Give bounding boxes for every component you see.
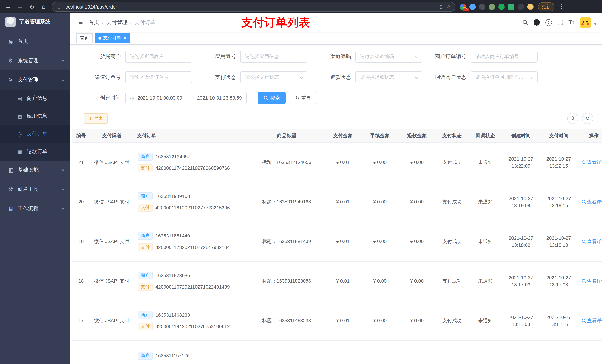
sidebar-item-devtools[interactable]: ⚒ 研发工具 ∨ [0,180,70,199]
sidebar-item-refund-order[interactable]: ▣ 退款订单 [0,143,70,161]
pay-status-select[interactable]: 请选择支付状态 [240,71,307,83]
toggle-search-icon[interactable] [567,113,578,124]
chevron-down-icon: ∨ [62,59,64,63]
profile-avatar-icon[interactable] [527,3,534,10]
view-detail-link[interactable]: 查看详情 [581,238,602,245]
view-detail-link[interactable]: 查看详情 [581,278,602,284]
reset-button[interactable]: ↻ 重置 [290,92,317,104]
extension-badge: 10 [463,8,469,11]
notify-status-select[interactable]: 请选择订单回调商户状态 [471,71,538,83]
col-pay-time: 支付时间 [540,129,578,143]
chevron-down-icon: ∨ [62,207,64,211]
browser-refresh-icon[interactable]: ↻ [28,3,35,10]
merchant-tag: 商户 [138,153,152,161]
refund-status-select[interactable]: 请选择退款状态 [355,71,422,83]
channel-code-select[interactable]: 请输入渠道编码 [355,51,422,62]
date-range-picker[interactable]: ◷ 2021-10-01 00:00:00 - 2021-10-31 23:59… [125,92,247,104]
merchant-input[interactable] [125,51,192,62]
pay-tag: 支付 [138,204,152,212]
page-content: 所属商户 应用编号 请选择应用信息 渠道编码 请输入渠道编码 [70,45,602,364]
bookmark-star-icon[interactable]: ☆ [446,4,451,10]
download-icon: ↧ [88,116,92,121]
pin-extension-icon[interactable] [517,3,524,10]
close-icon[interactable]: × [124,35,126,41]
merchant-order-line: 商户 1635311881440 [134,231,248,240]
extension-icon[interactable] [498,3,505,10]
active-dot [98,37,101,40]
table-header-row: 编号 支付渠道 支付订单 商品标题 支付金额 手续金额 退款金额 支付状态 回调… [72,129,602,143]
pay-order-line: 支付 4200001174202110278060590766 [134,164,248,173]
orders-table: 编号 支付渠道 支付订单 商品标题 支付金额 手续金额 退款金额 支付状态 回调… [72,129,595,364]
table-toolbar: ↧ 导出 ↻ [84,113,595,124]
fullscreen-icon[interactable] [557,20,563,25]
sidebar-item-pay[interactable]: ¥ 支付管理 ∧ [0,70,70,90]
avatar-caret-icon[interactable]: ▾ [594,22,596,27]
dashboard-icon: ◉ [7,38,14,45]
extension-icon[interactable] [469,3,476,10]
pay-tag: 支付 [138,243,152,251]
extension-icon[interactable] [508,3,514,10]
address-bar[interactable]: ⓘ localhost:1024/pay/order ↥ ☆ [52,2,455,12]
github-icon[interactable] [533,20,540,26]
app-select[interactable]: 请选择应用信息 [240,51,307,62]
filter-create-time: 创建时间 ◷ 2021-10-01 00:00:00 - 2021-10-31 … [84,92,247,104]
help-icon[interactable]: ? [545,19,552,26]
view-detail-link[interactable]: 查看详情 [581,159,602,166]
app-root: ← → ↻ ⌂ ⓘ localhost:1024/pay/order ↥ ☆ 1… [0,0,602,364]
site-info-icon[interactable]: ⓘ [57,3,62,10]
browser-back-icon[interactable]: ← [4,3,12,10]
browser-forward-icon[interactable]: → [16,3,24,10]
font-size-icon[interactable]: TT [569,19,574,26]
search-icon [581,319,586,323]
sidebar-item-app-info[interactable]: ▦ 应用信息 [0,107,70,125]
breadcrumb-separator: / [130,20,132,26]
logo-image [5,17,16,27]
sidebar-item-system[interactable]: ⚙ 系统管理 ∨ [0,51,70,70]
date-separator: - [185,95,194,101]
target-icon: ◎ [16,131,23,137]
view-detail-link[interactable]: 查看详情 [581,317,602,324]
col-order: 支付订单 [133,129,249,143]
breadcrumb-pay[interactable]: 支付管理 [107,19,127,26]
extensions-area: 10 [460,3,534,10]
chevron-down-icon [300,75,304,79]
sidebar-item-merchant-info[interactable]: ▤ 商户信息 [0,90,70,107]
tag-pay-order[interactable]: 支付订单 × [95,33,130,43]
user-avatar[interactable] [580,17,591,28]
extension-icon[interactable]: 10 [460,3,466,10]
toolbar-right: ↻ [567,113,595,124]
merchant-order-line: 商户 1635311823086 [134,271,248,280]
share-icon[interactable]: ↥ [439,4,443,10]
filter-row-3: 创建时间 ◷ 2021-10-01 00:00:00 - 2021-10-31 … [84,92,595,104]
breadcrumb-current: 支付订单 [135,19,155,26]
sidebar-item-infra[interactable]: ▥ 基础设施 ∨ [0,161,70,180]
browser-update-button[interactable]: 更新 [538,2,554,11]
table-row: 20 微信 JSAPI 支付 商户 1635311949168 支付 [72,182,602,222]
sidebar-item-workflow[interactable]: ▧ 工作流程 ∨ [0,199,70,218]
pay-submenu: ▤ 商户信息 ▦ 应用信息 ◎ 支付订单 ▣ 退 [0,90,70,161]
extension-icon[interactable] [479,3,485,10]
filter-notify-status: 回调商户状态 请选择订单回调商户状态 [429,71,538,83]
merchant-tag: 商户 [138,192,152,200]
filter-merchant: 所属商户 [84,51,192,62]
app-logo[interactable]: 芋道管理系统 [0,13,70,30]
search-icon[interactable] [522,20,528,25]
breadcrumb-home[interactable]: 首页 [89,19,99,26]
view-detail-link[interactable]: 查看详情 [581,199,602,205]
pay-order-line: 支付 4200001194202110276752100612 [134,322,248,331]
document-icon: ▣ [16,149,23,155]
browser-menu-icon[interactable]: ⋮ [559,3,564,10]
hamburger-icon[interactable]: ≡ [75,18,86,27]
refresh-table-icon[interactable]: ↻ [582,113,593,124]
tag-home[interactable]: 首页 [76,33,93,43]
extension-icon[interactable] [489,3,495,10]
channel-order-no-input[interactable] [125,71,192,83]
sidebar-item-home[interactable]: ◉ 首页 [0,32,70,51]
sidebar-item-pay-order[interactable]: ◎ 支付订单 [0,125,70,143]
card-icon: ▤ [16,95,23,101]
merchant-order-no-input[interactable] [471,51,538,62]
export-button[interactable]: ↧ 导出 [84,113,108,124]
search-button[interactable]: 搜索 [258,92,286,104]
browser-home-icon[interactable]: ⌂ [40,3,47,10]
search-icon [581,160,586,165]
